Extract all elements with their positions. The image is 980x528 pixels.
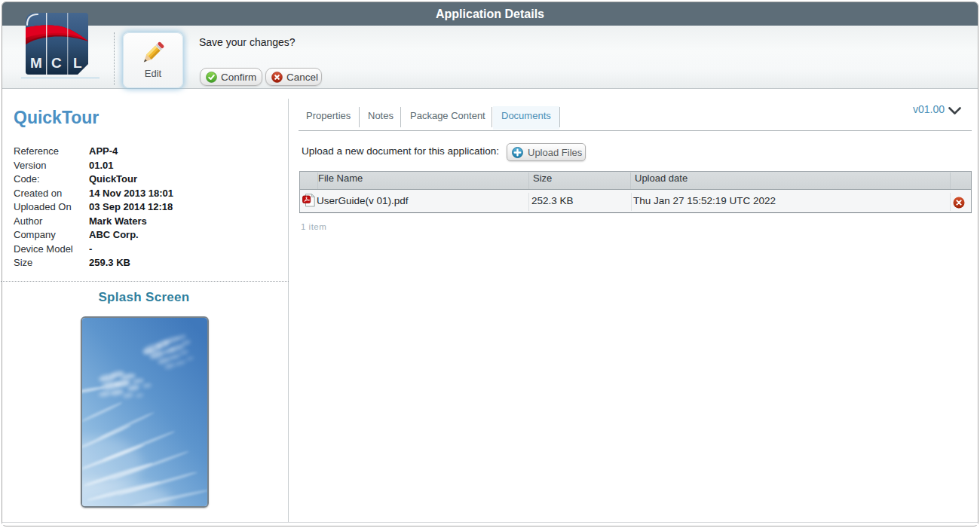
- svg-text:L: L: [73, 55, 82, 71]
- svg-text:M: M: [30, 55, 42, 71]
- svg-text:C: C: [51, 55, 62, 71]
